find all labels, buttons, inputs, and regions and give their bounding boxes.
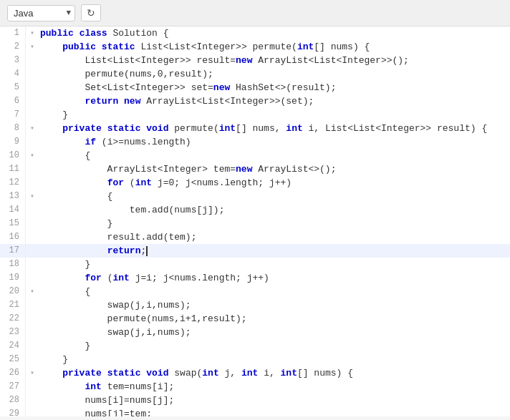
table-row[interactable]: 6 return new ArrayList<List<Integer>>(se… — [0, 94, 510, 108]
language-selector-wrapper[interactable]: Java Python C++ JavaScript C# ▼ — [7, 5, 75, 21]
refresh-button[interactable]: ↻ — [81, 4, 101, 21]
code-token: result.add(tem); — [40, 232, 196, 243]
table-row[interactable]: 29 nums[j]=tem; — [0, 407, 510, 416]
code-content: for (int j=0; j<nums.length; j++) — [37, 176, 510, 190]
table-row[interactable]: 18 } — [0, 258, 510, 271]
line-number: 5 — [0, 81, 26, 94]
code-content: for (int j=i; j<nums.length; j++) — [37, 271, 510, 285]
code-token: List<List<Integer>> result= — [40, 55, 236, 66]
table-row[interactable]: 23 swap(j,i,nums); — [0, 326, 510, 339]
code-token: i, List<List<Integer>> result) { — [303, 123, 487, 134]
table-row[interactable]: 25 } — [0, 353, 510, 366]
table-row[interactable]: 14 tem.add(nums[j]); — [0, 203, 510, 217]
code-token: if — [85, 137, 96, 147]
table-row[interactable]: 17 return; — [0, 244, 510, 258]
code-content: public static List<List<Integer>> permut… — [37, 40, 510, 54]
fold-indicator[interactable]: ▾ — [26, 149, 37, 162]
table-row[interactable]: 9 if (i>=nums.length) — [0, 135, 510, 149]
table-row[interactable]: 1▾public class Solution { — [0, 26, 510, 40]
code-token: } — [40, 259, 90, 270]
table-row[interactable]: 27 int tem=nums[i]; — [0, 380, 510, 394]
line-number: 12 — [0, 176, 26, 190]
code-content: return; — [37, 244, 510, 258]
table-row[interactable]: 16 result.add(tem); — [0, 230, 510, 244]
code-content: { — [37, 285, 510, 298]
code-content: } — [37, 217, 510, 230]
table-row[interactable]: 21 swap(j,i,nums); — [0, 298, 510, 312]
table-row[interactable]: 12 for (int j=0; j<nums.length; j++) — [0, 176, 510, 190]
table-row[interactable]: 26▾ private static void swap(int j, int … — [0, 366, 510, 380]
table-row[interactable]: 4 permute(nums,0,result); — [0, 67, 510, 81]
line-number: 9 — [0, 135, 26, 149]
code-token — [40, 273, 85, 283]
code-token — [40, 368, 62, 379]
table-row[interactable]: 13▾ { — [0, 190, 510, 203]
line-number: 25 — [0, 353, 26, 366]
code-token: { — [40, 286, 90, 297]
table-row[interactable]: 8▾ private static void permute(int[] num… — [0, 122, 510, 135]
code-token — [74, 28, 80, 39]
code-token — [40, 41, 62, 52]
code-token — [40, 177, 107, 188]
fold-indicator[interactable]: ▾ — [26, 26, 37, 40]
code-token: new — [236, 55, 252, 66]
code-token: tem.add(nums[j]); — [40, 205, 224, 215]
fold-indicator[interactable]: ▾ — [26, 366, 37, 380]
table-row[interactable]: 19 for (int j=i; j<nums.length; j++) — [0, 271, 510, 285]
text-cursor — [146, 246, 148, 256]
line-number: 21 — [0, 298, 26, 312]
fold-indicator[interactable]: ▾ — [26, 122, 37, 135]
table-row[interactable]: 5 Set<List<Integer>> set=new HashSet<>(r… — [0, 81, 510, 94]
code-token: permute( — [168, 123, 218, 134]
code-token — [118, 96, 124, 107]
code-token: class — [80, 28, 107, 39]
table-row[interactable]: 22 permute(nums,i+1,result); — [0, 312, 510, 326]
table-row[interactable]: 11 ArrayList<Integer> tem=new ArrayList<… — [0, 162, 510, 176]
fold-indicator[interactable]: ▾ — [26, 285, 37, 298]
line-number: 13 — [0, 190, 26, 203]
code-token: Set<List<Integer>> set= — [40, 82, 213, 93]
code-token: public — [62, 41, 96, 52]
line-number: 14 — [0, 203, 26, 217]
code-editor[interactable]: 1▾public class Solution {2▾ public stati… — [0, 26, 510, 416]
code-token: ( — [102, 273, 113, 283]
code-token — [40, 381, 85, 392]
fold-indicator[interactable]: ▾ — [26, 190, 37, 203]
line-number: 7 — [0, 108, 26, 122]
code-content: ArrayList<Integer> tem=new ArrayList<>()… — [37, 162, 510, 176]
code-token: [] nums, — [236, 123, 286, 134]
code-token — [102, 123, 107, 134]
table-row[interactable]: 24 } — [0, 339, 510, 353]
line-number: 6 — [0, 94, 26, 108]
table-row[interactable]: 15 } — [0, 217, 510, 230]
code-token: permute(nums,0,result); — [40, 69, 213, 79]
code-content: { — [37, 149, 510, 162]
code-content: permute(nums,0,result); — [37, 67, 510, 81]
line-number: 29 — [0, 407, 26, 416]
code-token: } — [40, 354, 68, 365]
line-number: 16 — [0, 230, 26, 244]
code-token: new — [213, 82, 230, 93]
table-row[interactable]: 7 } — [0, 108, 510, 122]
table-row[interactable]: 10▾ { — [0, 149, 510, 162]
code-token: for — [85, 273, 101, 283]
code-content: swap(j,i,nums); — [37, 298, 510, 312]
table-row[interactable]: 28 nums[i]=nums[j]; — [0, 394, 510, 407]
line-number: 15 — [0, 217, 26, 230]
line-number: 26 — [0, 366, 26, 380]
code-token: int — [241, 368, 258, 379]
table-row[interactable]: 20▾ { — [0, 285, 510, 298]
code-token: ArrayList<Integer> tem= — [40, 164, 236, 175]
code-token: swap( — [168, 368, 202, 379]
code-token: permute(nums,i+1,result); — [40, 313, 247, 324]
code-content: private static void swap(int j, int i, i… — [37, 366, 510, 380]
code-token: int — [85, 381, 101, 392]
language-select[interactable]: Java Python C++ JavaScript C# — [7, 5, 75, 21]
table-row[interactable]: 3 List<List<Integer>> result=new ArrayLi… — [0, 54, 510, 67]
code-token — [102, 368, 107, 379]
code-token: tem=nums[i]; — [102, 381, 174, 392]
code-token: static — [107, 368, 141, 379]
table-row[interactable]: 2▾ public static List<List<Integer>> per… — [0, 40, 510, 54]
code-content: return new ArrayList<List<Integer>>(set)… — [37, 94, 510, 108]
fold-indicator[interactable]: ▾ — [26, 40, 37, 54]
